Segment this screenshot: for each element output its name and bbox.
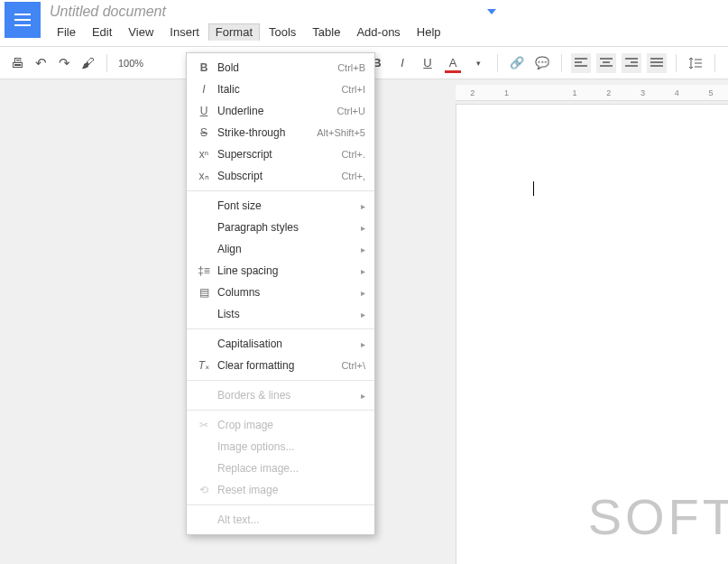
comment-icon[interactable]: 💬 xyxy=(532,53,552,73)
menu-underline[interactable]: U Underline Ctrl+U xyxy=(187,100,374,122)
menu-label: Capitalisation xyxy=(217,337,361,350)
menu-edit[interactable]: Edit xyxy=(85,23,119,41)
menu-reset-image: ⟲ Reset image xyxy=(187,479,374,501)
print-icon[interactable]: 🖶 xyxy=(9,55,25,71)
menu-label: Line spacing xyxy=(217,264,361,277)
menu-crop-image: ✂ Crop image xyxy=(187,414,374,436)
separator xyxy=(714,54,715,72)
menu-label: Lists xyxy=(217,308,361,320)
menu-subscript[interactable]: xₙ Subscript Ctrl+, xyxy=(187,165,374,187)
menu-label: Columns xyxy=(217,286,361,299)
menu-label: Superscript xyxy=(217,148,341,161)
chevron-right-icon: ▸ xyxy=(361,223,365,233)
ruler-margin-indicator[interactable] xyxy=(487,9,496,14)
ruler-tick: 4 xyxy=(660,88,695,97)
undo-icon[interactable]: ↶ xyxy=(32,55,49,71)
chevron-right-icon: ▸ xyxy=(361,310,365,319)
shortcut: Ctrl+, xyxy=(341,171,365,181)
separator xyxy=(561,54,562,72)
italic-button[interactable]: I xyxy=(392,53,412,73)
chevron-right-icon: ▸ xyxy=(361,245,365,254)
menu-insert[interactable]: Insert xyxy=(162,23,207,41)
crop-icon: ✂ xyxy=(196,419,212,431)
menu-lists[interactable]: Lists ▸ xyxy=(187,303,374,325)
italic-icon: I xyxy=(196,83,212,96)
zoom-level[interactable]: 100% xyxy=(118,58,143,69)
docs-logo[interactable] xyxy=(5,2,41,38)
columns-icon: ▤ xyxy=(196,286,212,299)
menu-view[interactable]: View xyxy=(121,23,161,41)
menu-italic[interactable]: I Italic Ctrl+I xyxy=(187,79,374,100)
menu-addons[interactable]: Add-ons xyxy=(349,23,407,41)
menu-format[interactable]: Format xyxy=(208,23,260,41)
menu-font-size[interactable]: Font size ▸ xyxy=(187,195,374,217)
ruler-tick: 5 xyxy=(694,88,728,97)
menu-alt-text: Alt text... xyxy=(187,509,374,531)
strike-icon: S xyxy=(196,126,212,139)
menu-label: Subscript xyxy=(217,170,341,182)
menu-tools[interactable]: Tools xyxy=(262,23,303,41)
menu-separator xyxy=(187,190,374,191)
document-page[interactable]: SOFT xyxy=(456,104,728,564)
shortcut: Ctrl+I xyxy=(341,84,365,95)
menu-columns[interactable]: ▤ Columns ▸ xyxy=(187,282,374,303)
line-spacing-icon[interactable] xyxy=(686,53,705,73)
format-dropdown: B Bold Ctrl+B I Italic Ctrl+I U Underlin… xyxy=(186,52,375,535)
menu-label: Reset image xyxy=(217,484,365,496)
menu-capitalisation[interactable]: Capitalisation ▸ xyxy=(187,333,374,355)
menu-paragraph-styles[interactable]: Paragraph styles ▸ xyxy=(187,217,374,238)
shortcut: Ctrl+B xyxy=(337,62,365,73)
align-left-icon[interactable] xyxy=(571,53,591,73)
chevron-right-icon: ▸ xyxy=(361,391,365,401)
line-spacing-icon: ‡≡ xyxy=(196,264,212,277)
menu-help[interactable]: Help xyxy=(410,23,448,41)
text-color-button[interactable]: A xyxy=(443,53,463,73)
align-center-icon[interactable] xyxy=(596,53,616,73)
document-title[interactable]: Untitled document xyxy=(50,0,728,22)
menu-label: Image options... xyxy=(217,440,365,453)
menu-label: Replace image... xyxy=(217,462,365,475)
horizontal-ruler[interactable]: 2 1 1 2 3 4 5 xyxy=(456,85,728,101)
menu-label: Alt text... xyxy=(217,513,365,526)
menu-align[interactable]: Align ▸ xyxy=(187,238,374,260)
menu-label: Underline xyxy=(217,105,337,117)
ruler-tick: 1 xyxy=(490,88,524,97)
underline-icon: U xyxy=(196,105,212,117)
menu-label: Clear formatting xyxy=(217,359,341,372)
menu-label: Align xyxy=(217,243,361,255)
dropdown-caret-icon[interactable]: ▾ xyxy=(468,53,488,73)
link-icon[interactable]: 🔗 xyxy=(507,53,527,73)
menu-separator xyxy=(187,328,374,329)
menu-label: Font size xyxy=(217,199,361,212)
menu-clear-formatting[interactable]: Tₓ Clear formatting Ctrl+\ xyxy=(187,355,374,376)
menu-label: Crop image xyxy=(217,419,365,431)
menu-bold[interactable]: B Bold Ctrl+B xyxy=(187,57,374,79)
menu-superscript[interactable]: xⁿ Superscript Ctrl+. xyxy=(187,143,374,165)
ruler-tick: 2 xyxy=(592,88,626,97)
menu-image-options: Image options... xyxy=(187,436,374,458)
menu-file[interactable]: File xyxy=(50,23,83,41)
align-justify-icon[interactable] xyxy=(647,53,667,73)
superscript-icon: xⁿ xyxy=(196,148,212,161)
redo-icon[interactable]: ↷ xyxy=(56,55,72,71)
menu-separator xyxy=(187,504,374,505)
menu-table[interactable]: Table xyxy=(305,23,347,41)
menubar: File Edit View Insert Format Tools Table… xyxy=(50,22,728,46)
paint-format-icon[interactable]: 🖌 xyxy=(79,55,96,71)
menu-label: Strike-through xyxy=(217,126,317,139)
chevron-right-icon: ▸ xyxy=(361,266,365,276)
shortcut: Alt+Shift+5 xyxy=(317,127,365,138)
menu-line-spacing[interactable]: ‡≡ Line spacing ▸ xyxy=(187,260,374,282)
menu-borders-lines: Borders & lines ▸ xyxy=(187,384,374,406)
ruler-tick: 2 xyxy=(456,88,490,97)
menu-separator xyxy=(187,410,374,411)
menu-replace-image: Replace image... xyxy=(187,458,374,479)
ruler-tick: 3 xyxy=(626,88,660,97)
menu-strikethrough[interactable]: S Strike-through Alt+Shift+5 xyxy=(187,122,374,143)
separator xyxy=(497,54,498,72)
menu-label: Italic xyxy=(217,83,341,96)
underline-button[interactable]: U xyxy=(418,53,438,73)
watermark-text: SOFT xyxy=(588,487,728,546)
bold-icon: B xyxy=(196,61,212,74)
align-right-icon[interactable] xyxy=(622,53,641,73)
